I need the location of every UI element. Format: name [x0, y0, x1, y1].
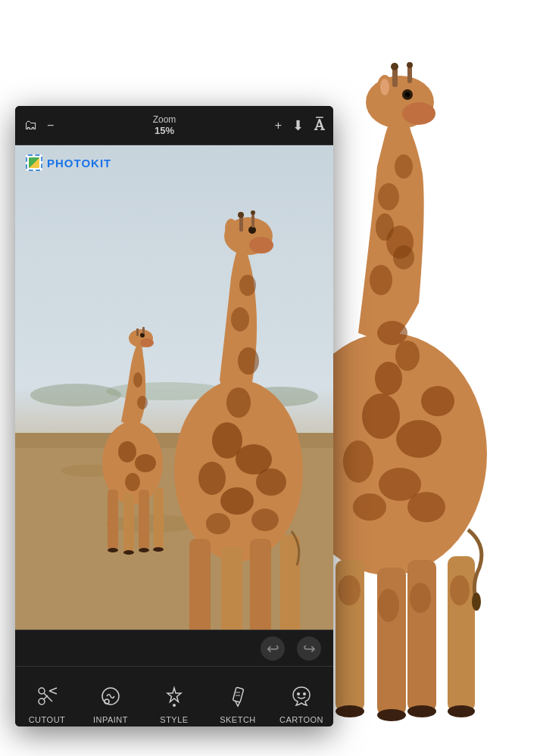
svg-point-105 — [303, 692, 306, 695]
svg-rect-9 — [407, 67, 412, 83]
svg-rect-78 — [221, 546, 242, 630]
svg-point-39 — [450, 575, 470, 605]
photokit-logo[interactable]: PHOTOKIT — [26, 154, 111, 171]
svg-point-89 — [239, 275, 256, 296]
svg-point-59 — [108, 548, 118, 552]
tool-cartoon[interactable]: CARTOON — [277, 685, 326, 724]
photokit-icon — [26, 154, 42, 171]
svg-point-27 — [375, 362, 402, 395]
svg-rect-13 — [407, 560, 436, 711]
cutout-icon — [36, 685, 58, 711]
toolbar-center: Zoom 15% — [153, 114, 176, 137]
svg-point-26 — [407, 492, 445, 522]
svg-point-33 — [395, 341, 420, 371]
svg-point-37 — [378, 589, 399, 622]
svg-point-16 — [377, 709, 406, 721]
svg-point-34 — [376, 213, 394, 241]
svg-point-60 — [123, 550, 134, 555]
svg-line-97 — [49, 691, 57, 694]
svg-rect-54 — [142, 327, 145, 334]
cutout-label: CUTOUT — [29, 715, 66, 724]
svg-point-32 — [377, 321, 407, 345]
toolbar-left: 🗂 − — [24, 117, 54, 133]
svg-point-30 — [378, 183, 399, 210]
download-icon[interactable]: ⬇ — [292, 117, 304, 134]
cartoon-label: CARTOON — [279, 715, 323, 724]
svg-point-41 — [30, 384, 121, 406]
svg-rect-53 — [136, 328, 139, 336]
svg-rect-7 — [392, 68, 398, 87]
svg-point-75 — [251, 210, 255, 215]
undo-button[interactable]: ↩ — [261, 636, 285, 661]
svg-point-61 — [139, 548, 149, 552]
svg-point-66 — [133, 372, 142, 387]
style-icon — [163, 685, 186, 711]
zoom-plus-icon[interactable]: + — [275, 119, 282, 132]
toolbar-right: + ⬇ A̅ — [275, 117, 324, 134]
inpaint-icon — [99, 685, 122, 711]
svg-point-6 — [380, 79, 389, 95]
zoom-minus-icon[interactable]: − — [47, 119, 54, 132]
svg-point-51 — [140, 338, 154, 347]
svg-point-76 — [225, 219, 237, 238]
svg-rect-58 — [154, 487, 164, 549]
svg-rect-72 — [239, 216, 243, 232]
svg-point-36 — [338, 575, 361, 605]
svg-point-10 — [407, 62, 413, 68]
svg-point-93 — [39, 698, 45, 705]
svg-point-67 — [137, 396, 148, 409]
svg-rect-74 — [251, 214, 254, 228]
tool-cutout[interactable]: CUTOUT — [23, 685, 71, 724]
svg-point-25 — [353, 493, 386, 521]
svg-point-35 — [393, 245, 414, 269]
undo-redo-bar: ↩ ↪ — [15, 630, 333, 666]
svg-point-84 — [256, 468, 286, 496]
svg-point-87 — [238, 347, 259, 375]
cartoon-icon — [290, 685, 313, 711]
svg-point-70 — [249, 237, 273, 254]
photokit-icon-inner — [29, 157, 39, 168]
tool-sketch[interactable]: SKETCH — [214, 685, 262, 724]
svg-point-22 — [343, 440, 373, 483]
svg-rect-79 — [250, 539, 271, 630]
tool-style[interactable]: STYLE — [150, 685, 198, 724]
svg-point-90 — [206, 513, 230, 534]
svg-point-104 — [297, 692, 300, 695]
photokit-text: PHOTOKIT — [47, 157, 111, 170]
svg-point-4 — [405, 92, 410, 97]
svg-point-64 — [135, 454, 156, 472]
zoom-value: 15% — [155, 125, 174, 137]
svg-point-65 — [125, 473, 140, 491]
svg-rect-56 — [123, 493, 134, 552]
tools-bar: CUTOUT INPAINT STYLE — [15, 666, 333, 726]
svg-point-38 — [410, 583, 431, 613]
svg-point-15 — [336, 705, 364, 717]
svg-point-100 — [173, 704, 176, 707]
inpaint-label: INPAINT — [93, 715, 128, 724]
toolbar: 🗂 − Zoom 15% + ⬇ A̅ — [15, 106, 333, 145]
svg-point-23 — [421, 386, 454, 416]
svg-point-62 — [153, 547, 164, 552]
style-label: STYLE — [160, 715, 188, 724]
svg-point-28 — [370, 265, 392, 295]
svg-point-92 — [39, 688, 45, 694]
svg-line-96 — [49, 688, 57, 691]
redo-button[interactable]: ↪ — [297, 636, 321, 661]
sketch-icon — [226, 685, 249, 711]
svg-rect-101 — [233, 687, 243, 702]
svg-point-83 — [198, 462, 226, 495]
svg-point-19 — [472, 593, 481, 611]
svg-point-21 — [396, 420, 442, 458]
svg-point-18 — [448, 705, 475, 717]
canvas-background — [15, 145, 333, 630]
text-format-icon[interactable]: A̅ — [314, 117, 324, 134]
layers-icon[interactable]: 🗂 — [24, 117, 38, 133]
svg-point-73 — [238, 212, 244, 218]
svg-point-86 — [226, 387, 251, 418]
zoom-label: Zoom — [153, 114, 176, 125]
sketch-label: SKETCH — [220, 715, 256, 724]
svg-rect-57 — [139, 490, 149, 550]
tool-inpaint[interactable]: INPAINT — [86, 685, 135, 724]
svg-point-2 — [402, 102, 435, 125]
svg-point-48 — [106, 515, 197, 533]
